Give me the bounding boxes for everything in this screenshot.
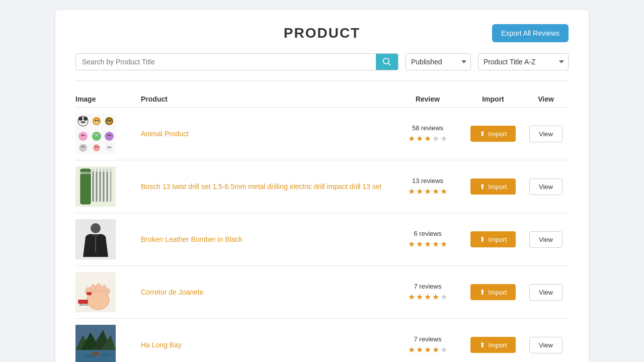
page-title: PRODUCT [284,25,360,41]
svg-point-35 [109,143,112,147]
star-full: ★ [424,239,431,249]
view-button[interactable]: View [529,178,562,195]
view-button[interactable]: View [529,126,562,142]
svg-rect-75 [95,349,96,352]
status-filter-select[interactable]: Published Draft Archived [406,53,471,70]
review-cell: 7 reviews ★★★★★ [392,283,463,302]
star-rating: ★★★★★ [392,345,463,354]
import-cell: ⬆ Import [463,231,523,247]
upload-icon: ⬆ [479,288,486,296]
star-full: ★ [416,134,423,143]
svg-point-62 [107,289,110,294]
star-full: ★ [424,345,431,354]
upload-icon: ⬆ [479,130,486,138]
view-button-label: View [539,130,553,138]
svg-point-59 [91,285,96,293]
col-header-review: Review [392,95,463,103]
upload-icon: ⬆ [479,341,486,349]
svg-text:BRASIL: BRASIL [79,303,89,306]
star-empty: ★ [440,345,447,354]
import-button[interactable]: ⬆ Import [470,178,516,195]
svg-point-7 [94,119,99,124]
star-full: ★ [440,239,447,249]
import-button[interactable]: ⬆ Import [470,284,516,300]
svg-point-74 [101,353,111,356]
import-button-label: Import [489,130,507,138]
view-cell: View [523,126,569,142]
product-image-container [75,325,116,362]
product-title: Broken Leather Bomber in Black [141,235,392,243]
product-image-container [75,219,116,259]
svg-rect-63 [87,292,92,295]
review-count: 7 reviews [392,283,463,290]
product-image-container: BOSCH [75,166,116,207]
star-empty: ★ [440,134,447,143]
view-button-label: View [539,341,553,349]
star-full: ★ [408,187,415,196]
svg-point-34 [106,143,109,147]
svg-point-14 [78,132,88,141]
search-input[interactable] [76,54,376,70]
star-full: ★ [416,239,423,249]
svg-point-5 [83,121,85,123]
table-row: Animal Product 58 reviews ★★★★★ ⬆ Import… [75,108,569,160]
star-half: ★ [432,345,439,354]
search-icon [383,58,391,66]
svg-point-24 [105,132,114,141]
import-button-label: Import [489,236,507,243]
import-cell: ⬆ Import [463,337,523,353]
review-count: 13 reviews [392,177,463,185]
star-rating: ★★★★★ [392,239,463,249]
svg-point-30 [93,144,100,151]
view-button-label: View [539,236,553,243]
search-button[interactable] [376,54,398,70]
svg-point-4 [81,121,83,123]
svg-point-54 [91,223,101,233]
star-full: ★ [432,187,439,196]
svg-point-11 [107,119,112,124]
svg-point-29 [84,146,85,147]
import-cell: ⬆ Import [463,126,523,142]
review-count: 58 reviews [392,124,463,132]
sort-filter-select[interactable]: Product Title A-Z Product Title Z-A Most… [478,53,569,70]
upload-icon: ⬆ [479,183,486,191]
svg-point-32 [97,146,98,147]
star-full: ★ [424,292,431,302]
star-full: ★ [424,134,431,143]
view-button[interactable]: View [529,337,562,353]
review-cell: 58 reviews ★★★★★ [392,124,463,143]
svg-point-23 [97,135,98,136]
product-title: Animal Product [141,130,392,138]
star-rating: ★★★★★ [392,187,463,196]
star-full: ★ [408,134,415,143]
svg-point-3 [84,117,88,121]
star-half: ★ [432,292,439,302]
export-all-reviews-button[interactable]: Export All Reviews [492,24,569,42]
star-full: ★ [416,187,423,196]
star-empty: ★ [432,134,439,143]
view-cell: View [523,284,569,301]
import-cell: ⬆ Import [463,178,523,195]
import-cell: ⬆ Import [463,284,523,300]
svg-point-27 [79,144,87,151]
svg-point-37 [110,147,111,148]
table-header: Image Product Review Import View [75,91,569,108]
import-button[interactable]: ⬆ Import [470,126,516,142]
review-cell: 7 reviews ★★★★★ [392,335,463,354]
star-rating: ★★★★★ [392,134,463,143]
star-full: ★ [416,345,423,354]
import-button[interactable]: ⬆ Import [470,231,516,247]
review-count: 6 reviews [392,230,463,237]
star-full: ★ [416,292,423,302]
table-row: Broken Leather Bomber in Black 6 reviews… [75,213,569,266]
table-row: BRASIL Corretor de Joanete 7 reviews ★★★… [75,266,569,319]
review-count: 7 reviews [392,335,463,343]
table-row: BOSCH Bosch 13 twist drill set 1.5-6.5mm… [75,160,569,213]
search-wrapper [75,53,398,70]
svg-point-21 [95,135,96,136]
star-full: ★ [424,187,431,196]
view-button[interactable]: View [529,231,562,248]
import-button[interactable]: ⬆ Import [470,337,516,353]
star-full: ★ [408,345,415,354]
view-button[interactable]: View [529,284,562,301]
